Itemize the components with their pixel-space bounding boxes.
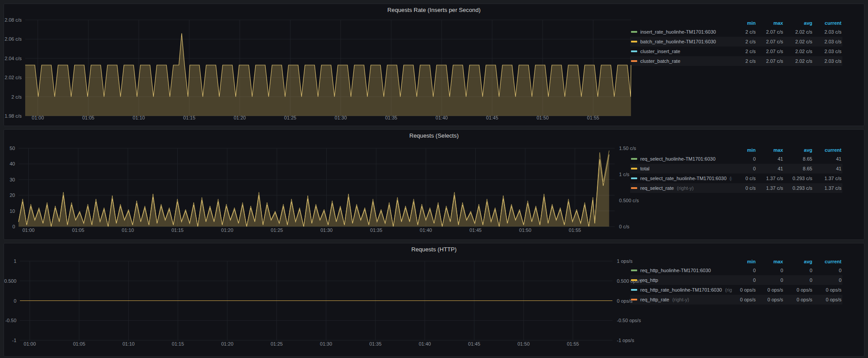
- x-axis-tick-label: 01:05: [73, 341, 85, 346]
- legend-current-value: 2.03 c/s: [813, 49, 842, 54]
- legend-series: req_select_rate_huolinhe-TM1701:6030(rig…: [630, 176, 732, 181]
- legend-header-min[interactable]: min: [732, 259, 757, 264]
- legend-series-name[interactable]: insert_rate_huolinhe-TM1701:6030: [640, 30, 716, 35]
- legend-current-value: 0: [813, 268, 842, 273]
- legend-row: req_http0000: [630, 275, 842, 285]
- panel-title[interactable]: Requests (Selects): [4, 132, 864, 139]
- x-axis-tick-label: 01:45: [470, 227, 482, 233]
- legend-series-name[interactable]: req_select_huolinhe-TM1701:6030: [640, 157, 715, 162]
- y-axis-tick-label: 2 c/s: [11, 94, 22, 100]
- y-axis-tick-label: 30: [10, 177, 15, 182]
- legend-max-value: 1.37 c/s: [757, 186, 784, 191]
- legend-min-value: 0 c/s: [732, 176, 757, 181]
- legend-avg-value: 0: [784, 268, 813, 273]
- legend-avg-value: 2.02 c/s: [784, 49, 813, 54]
- legend-series-name[interactable]: req_http_rate: [640, 297, 669, 302]
- legend-series-name[interactable]: cluster_insert_rate: [640, 49, 681, 54]
- legend-header-min[interactable]: min: [732, 21, 757, 26]
- legend-header-min[interactable]: min: [732, 148, 757, 153]
- legend-avg-value: 8.65: [784, 166, 813, 171]
- legend-series: cluster_batch_rate: [630, 59, 732, 64]
- legend-series-name[interactable]: req_http_rate_huolinhe-TM1701:6030: [640, 288, 722, 293]
- panel-title[interactable]: Requests (HTTP): [4, 246, 864, 253]
- legend-avg-value: 2.02 c/s: [784, 59, 813, 64]
- y-axis-tick-label: 2.04 c/s: [4, 56, 22, 61]
- legend-avg-value: 2.02 c/s: [784, 39, 813, 44]
- legend-avg-value: 0: [784, 278, 813, 283]
- series-color-swatch-icon: [631, 177, 637, 179]
- panel-title[interactable]: Requests Rate (Inserts per Second): [4, 7, 864, 13]
- y-axis-tick-label: -1: [12, 338, 16, 343]
- x-axis-tick-label: 01:20: [221, 341, 233, 346]
- legend-header-avg[interactable]: avg: [784, 259, 813, 264]
- legend-series-name[interactable]: cluster_batch_rate: [640, 59, 681, 64]
- legend-header-max[interactable]: max: [757, 259, 784, 264]
- legend-current-value: 0: [813, 278, 842, 283]
- legend-header-row: minmaxavgcurrent: [630, 258, 842, 266]
- x-axis-tick-label: 01:15: [172, 341, 184, 346]
- legend-row: req_select_rate(right-y)0 c/s1.37 c/s0.2…: [630, 183, 842, 193]
- legend-series-name[interactable]: req_select_rate: [640, 186, 674, 191]
- legend-series: req_http: [630, 278, 732, 283]
- legend-header-current[interactable]: current: [813, 259, 842, 264]
- x-axis-tick-label: 01:25: [271, 227, 283, 233]
- legend-series: batch_rate_huolinhe-TM1701:6030: [630, 39, 732, 44]
- legend-max-value: 0 ops/s: [757, 288, 784, 293]
- legend-header-current[interactable]: current: [813, 148, 842, 153]
- legend-series-name[interactable]: req_http_huolinhe-TM1701:6030: [640, 268, 711, 273]
- x-axis-tick-label: 01:40: [419, 341, 431, 346]
- legend-header-avg[interactable]: avg: [784, 148, 813, 153]
- x-axis-tick-label: 01:20: [221, 227, 233, 233]
- legend-series-name[interactable]: batch_rate_huolinhe-TM1701:6030: [640, 39, 716, 44]
- legend-row: req_http_huolinhe-TM1701:60300000: [630, 266, 842, 275]
- legend-row: cluster_insert_rate2 c/s2.07 c/s2.02 c/s…: [630, 46, 842, 56]
- series-color-swatch-icon: [631, 60, 637, 62]
- x-axis-tick-label: 01:10: [122, 227, 134, 233]
- series-color-swatch-icon: [631, 187, 637, 189]
- series-color-swatch-icon: [631, 168, 637, 169]
- legend-series: req_select_huolinhe-TM1701:6030: [630, 157, 732, 162]
- x-axis-tick-label: 01:15: [172, 227, 184, 233]
- series-color-swatch-icon: [631, 269, 637, 271]
- legend-series: total: [630, 166, 732, 171]
- legend-header-max[interactable]: max: [757, 148, 784, 153]
- legend-header-current[interactable]: current: [813, 21, 842, 26]
- y-axis-tick-label: 20: [10, 192, 15, 198]
- right-y-axis-tick-label: 0 c/s: [619, 224, 630, 229]
- right-y-axis-tick-label: 0.500 c/s: [619, 198, 639, 203]
- y-axis-tick-label: 1.98 c/s: [4, 113, 22, 119]
- legend-right-axis-tag: (right-y): [725, 288, 732, 293]
- series-color-swatch-icon: [631, 279, 637, 281]
- x-axis-tick-label: 01:30: [320, 341, 333, 346]
- x-axis-tick-label: 01:35: [370, 227, 382, 233]
- legend-row: batch_rate_huolinhe-TM1701:60302 c/s2.07…: [630, 37, 842, 46]
- legend-current-value: 2.03 c/s: [813, 39, 842, 44]
- series-color-swatch-icon: [631, 50, 637, 52]
- legend-avg-value: 0.293 c/s: [784, 186, 813, 191]
- legend-header-max[interactable]: max: [757, 21, 784, 26]
- legend-min-value: 0: [732, 268, 757, 273]
- right-y-axis-tick-label: -1 ops/s: [617, 338, 635, 343]
- panel-requests-http: Requests (HTTP) 10.5000-0.50-11 ops/s0.5…: [4, 243, 864, 357]
- x-axis-tick-label: 01:50: [517, 341, 530, 346]
- legend-row: total0418.6541: [630, 164, 842, 173]
- x-axis-tick-label: 01:50: [519, 227, 532, 233]
- legend-current-value: 1.37 c/s: [813, 186, 842, 191]
- legend-min-value: 2 c/s: [732, 49, 757, 54]
- series-color-swatch-icon: [631, 31, 637, 33]
- legend-current-value: 41: [813, 157, 842, 162]
- legend-max-value: 1.37 c/s: [757, 176, 784, 181]
- legend-max-value: 0: [757, 268, 784, 273]
- legend-row: req_select_rate_huolinhe-TM1701:6030(rig…: [630, 173, 842, 183]
- legend-series-name[interactable]: total: [640, 166, 650, 171]
- legend-series-name[interactable]: req_select_rate_huolinhe-TM1701:6030: [640, 176, 727, 181]
- x-axis-tick-label: 01:00: [24, 341, 36, 346]
- y-axis-tick-label: 0.500: [4, 278, 16, 284]
- y-axis-tick-label: 2.08 c/s: [4, 17, 22, 23]
- legend-max-value: 2.07 c/s: [757, 59, 784, 64]
- legend-avg-value: 8.65: [784, 157, 813, 162]
- x-axis-tick-label: 01:05: [72, 227, 84, 233]
- legend-header-avg[interactable]: avg: [784, 21, 813, 26]
- x-axis-tick-label: 01:35: [369, 341, 382, 346]
- legend-series-name[interactable]: req_http: [640, 278, 658, 283]
